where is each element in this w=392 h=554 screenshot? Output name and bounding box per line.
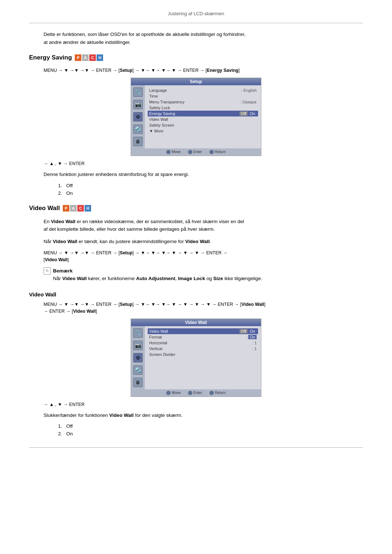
setup-sidebar: 🔧 📷 ⚙ 🔩 🖥	[131, 85, 145, 148]
vw-sidebar-icon-5: 🖥	[133, 378, 143, 387]
vw-footer-move: Move	[166, 391, 180, 395]
video-wall-sub-desc: Slukker/tænder for funktionen Video Wall…	[44, 411, 363, 419]
vw-body: 🔧 📷 ⚙ 🔩 🖥 Video Wall Off On	[131, 326, 261, 389]
badge-p: P	[75, 54, 81, 61]
energy-saving-section: Energy Saving P A C H MENU → ▼ →▼ →▼ → E…	[29, 54, 363, 196]
sidebar-icon-5: 🖥	[133, 137, 143, 146]
sidebar-icon-1: 🔧	[133, 87, 143, 97]
badge-a: A	[82, 54, 89, 61]
vw-badge-h: H	[85, 205, 91, 212]
badge-h: H	[97, 54, 103, 61]
energy-saving-title: Energy Saving	[29, 54, 72, 61]
menu-row-transparency: Menu Transparency : Opaque	[148, 99, 258, 105]
video-wall-sub-section: Video Wall MENU → ▼ →▼ →▼ → ENTER → [Set…	[29, 291, 363, 436]
setup-titlebar: Setup	[131, 78, 261, 85]
vw-badge-a: A	[70, 205, 77, 212]
return-icon	[209, 150, 214, 154]
dropdown-on: On	[248, 111, 257, 116]
setup-screenshot-box: Setup 🔧 📷 ⚙ 🔩 🖥 Language : English	[131, 78, 261, 156]
video-wall-section: Video Wall P A C H En Video Wall er en r…	[29, 205, 363, 283]
vw-dropdown-off: Off	[240, 329, 248, 333]
vw-return-icon	[209, 391, 214, 395]
energy-saving-desc: Denne funktion justerer enhedens strømfo…	[44, 171, 363, 178]
menu-row-time: Time	[148, 93, 258, 99]
page-title: Justering af LCD-skærmen	[29, 11, 363, 16]
sidebar-icon-4: 🔩	[133, 124, 143, 134]
energy-saving-nav: → ▲ , ▼ → ENTER	[44, 161, 363, 166]
video-wall-menu-path: MENU → ▼ →▼ →▼ → ENTER → [Setup] → ▼→ ▼→…	[44, 250, 363, 263]
dropdown-off: Off	[240, 111, 248, 116]
note-text: Bemærk Når Video Wall kører, er funktion…	[53, 267, 262, 283]
menu-row-safetylock: Safety Lock	[148, 105, 258, 111]
bottom-divider	[29, 447, 363, 448]
setup-body: 🔧 📷 ⚙ 🔩 🖥 Language : English Time	[131, 85, 261, 148]
sidebar-icon-3: ⚙	[133, 112, 143, 122]
energy-saving-list-2: 2. On	[58, 190, 363, 196]
video-wall-desc1: En Video Wall er en række videoskærme, d…	[44, 218, 363, 233]
vw-footer-return: Return	[209, 391, 226, 395]
energy-saving-header: Energy Saving P A C H	[29, 54, 363, 61]
vw-badge-p: P	[63, 205, 69, 212]
footer-enter: Enter	[188, 150, 202, 154]
setup-content: Language : English Time Menu Transparenc…	[145, 85, 261, 148]
vw-row-screendivider: Screen Divider	[148, 352, 258, 357]
enter-icon	[188, 150, 192, 154]
menu-row-energysaving: Energy Saving Off On	[148, 111, 258, 116]
vw-sidebar-icon-3: ⚙	[133, 353, 143, 362]
move-icon	[166, 150, 171, 154]
vw-row-videowall: Video Wall Off On	[148, 328, 258, 334]
video-wall-sub-nav: → ▲ , ▼ → ENTER	[44, 402, 363, 407]
vw-dropdown-on: On	[248, 329, 257, 333]
vw-titlebar: Video Wall	[131, 319, 261, 326]
menu-row-language: Language : English	[148, 87, 258, 93]
vw-enter-icon	[188, 391, 192, 395]
video-wall-sub-title: Video Wall	[29, 291, 363, 297]
vw-sidebar-icon-1: 🔧	[133, 328, 143, 338]
video-wall-badges: P A C H	[63, 205, 91, 212]
format-value: On	[248, 335, 257, 339]
intro-text: Dette er funktionen, som låser OSD'en fo…	[44, 30, 363, 46]
vw-sidebar: 🔧 📷 ⚙ 🔩 🖥	[131, 326, 145, 389]
vw-row-horizontal: Horizontal : 1	[148, 340, 258, 346]
video-wall-title: Video Wall	[29, 205, 60, 212]
vw-move-icon	[166, 391, 171, 395]
note-icon: ✎	[44, 267, 51, 275]
energy-saving-menu-path: MENU → ▼ →▼ →▼ → ENTER → [Setup] → ▼→ ▼→…	[44, 67, 363, 74]
vw-badge-c: C	[77, 205, 84, 212]
video-wall-desc2: Når Video Wall er tændt, kan du justere …	[44, 238, 363, 246]
video-wall-screenshot: Video Wall 🔧 📷 ⚙ 🔩 🖥 Video Wall Off	[29, 319, 363, 397]
vw-sidebar-icon-2: 📷	[133, 341, 143, 350]
energy-saving-list-1: 1. Off	[58, 183, 363, 188]
energy-saving-badges: P A C H	[75, 54, 103, 61]
setup-footer: Move Enter Return	[131, 148, 261, 156]
page-container: Justering af LCD-skærmen Dette er funkti…	[0, 0, 392, 462]
menu-row-more: ▼ More	[148, 128, 258, 134]
vw-list-2: 2. On	[58, 431, 363, 436]
footer-move: Move	[166, 150, 180, 154]
video-wall-header: Video Wall P A C H	[29, 205, 363, 212]
sidebar-icon-2: 📷	[133, 100, 143, 109]
menu-row-safetyscreen: Safety Screen	[148, 122, 258, 128]
top-divider	[29, 23, 363, 23]
vw-list-1: 1. Off	[58, 423, 363, 429]
video-wall-sub-menu-path: MENU → ▼ →▼ →▼ → ENTER → [Setup] → ▼→ ▼→…	[44, 301, 363, 315]
vw-screenshot-box: Video Wall 🔧 📷 ⚙ 🔩 🖥 Video Wall Off	[131, 319, 261, 397]
vw-content: Video Wall Off On Format : On	[145, 326, 261, 389]
vw-row-vertical: Vertical : 1	[148, 346, 258, 352]
vw-sidebar-icon-4: 🔩	[133, 365, 143, 375]
menu-row-videowall: Video Wall	[148, 116, 258, 122]
vw-footer-enter: Enter	[188, 391, 202, 395]
vw-footer: Move Enter Return	[131, 389, 261, 397]
footer-return: Return	[209, 150, 226, 154]
vw-row-format: Format : On	[148, 334, 258, 340]
note-box: ✎ Bemærk Når Video Wall kører, er funkti…	[44, 267, 363, 283]
badge-c: C	[89, 54, 96, 61]
energy-saving-screenshot: Setup 🔧 📷 ⚙ 🔩 🖥 Language : English	[29, 78, 363, 156]
